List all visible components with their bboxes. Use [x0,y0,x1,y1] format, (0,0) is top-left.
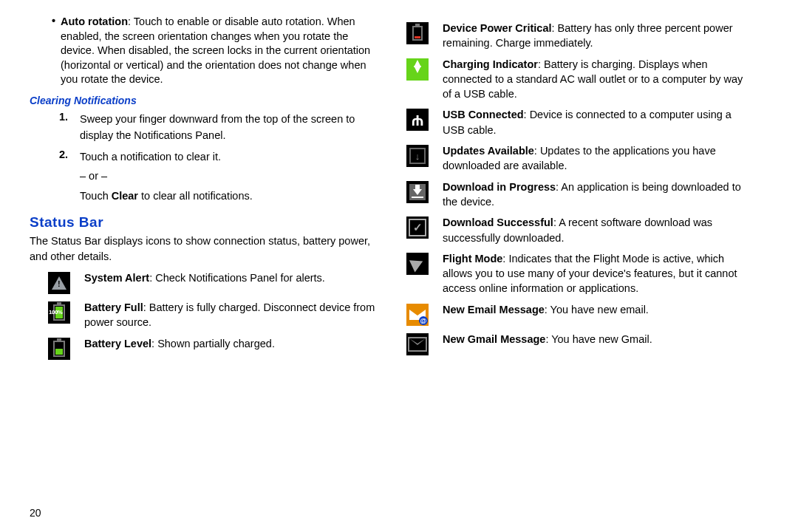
battery-level-icon [44,336,74,360]
bullet-auto-rotation: • Auto rotation: Touch to enable or disa… [52,15,381,87]
status-icon-power-critical: Device Power Critical: Battery has only … [403,21,746,51]
status-icon-battery-level: Battery Level: Shown partially charged. [30,336,381,360]
download-progress-icon [403,180,432,203]
step-2b: Touch Clear to clear all notifications. [80,188,381,204]
status-bar-heading: Status Bar [30,214,381,231]
status-icon-updates-available: ↓ Updates Available: Updates to the appl… [403,143,746,174]
status-icon-usb: USB Connected: Device is connected to a … [403,107,746,137]
status-icon-battery-full: 100% Battery Full: Battery is fully char… [30,300,381,330]
auto-rotation-label: Auto rotation [61,16,128,27]
page-number: 20 [30,507,41,519]
step-2a: Touch a notification to clear it. [80,149,381,165]
updates-available-icon: ↓ [403,143,432,167]
status-icon-flight-mode: Flight Mode: Indicates that the Flight M… [403,251,746,296]
flight-mode-icon [403,251,432,275]
status-icon-system-alert: System Alert: Check Notifications Panel … [30,270,381,294]
status-icon-new-gmail: New Gmail Message: You have new Gmail. [403,332,746,355]
clearing-notifications-heading: Clearing Notifications [30,95,381,106]
step-number: 1. [59,111,80,144]
status-icon-charging: Charging Indicator: Battery is charging.… [403,57,746,102]
charging-icon [403,57,432,81]
download-successful-icon: ✓ [403,215,432,239]
left-column: • Auto rotation: Touch to enable or disa… [30,15,388,525]
manual-page: • Auto rotation: Touch to enable or disa… [0,0,798,532]
battery-full-icon: 100% [44,300,74,324]
right-column: Device Power Critical: Battery has only … [388,15,746,525]
step-2: 2. Touch a notification to clear it. – o… [59,149,381,204]
status-icon-download-successful: ✓ Download Successful: A recent software… [403,215,746,245]
step-1: 1. Sweep your finger downward from the t… [59,111,381,144]
status-icon-download-progress: Download in Progress: An application is … [403,180,746,210]
step-body: Sweep your finger downward from the top … [80,111,381,144]
step-2-or: – or – [80,168,381,184]
system-alert-icon [44,270,74,294]
step-body: Touch a notification to clear it. – or –… [80,149,381,204]
step-number: 2. [59,149,80,204]
new-email-icon: @ [403,302,432,326]
bullet-text: Auto rotation: Touch to enable or disabl… [61,15,381,87]
power-critical-icon [403,21,432,44]
new-gmail-icon [403,332,432,355]
usb-icon [403,107,432,131]
bullet-dot: • [52,15,61,87]
status-bar-paragraph: The Status Bar displays icons to show co… [30,233,381,265]
status-icon-new-email: @ New Email Message: You have new email. [403,302,746,326]
